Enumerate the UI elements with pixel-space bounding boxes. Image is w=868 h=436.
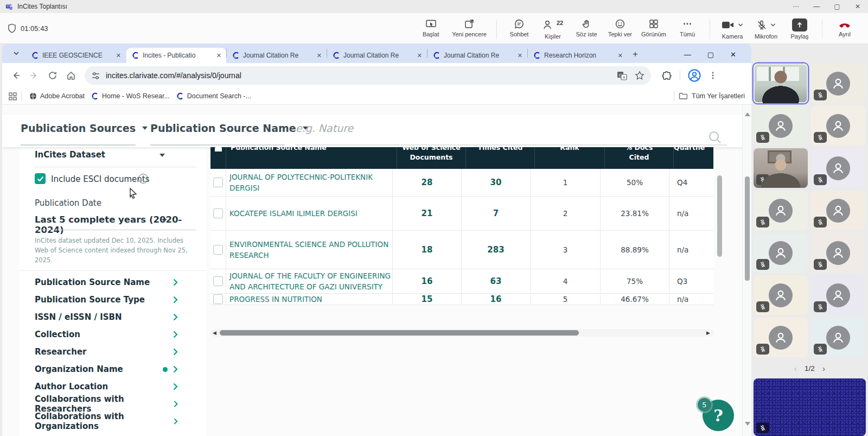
view-button[interactable]: Görünüm (638, 16, 669, 39)
participant-tile[interactable] (754, 318, 808, 357)
browser-tab[interactable]: IEEE GEOSCIENCE ✕ (26, 48, 126, 63)
field-dropdown[interactable]: Publication Source Name (150, 122, 308, 134)
start-share-button[interactable]: Başlat (415, 16, 446, 39)
tab-close-icon[interactable]: ✕ (416, 52, 424, 59)
address-bar[interactable]: incites.clarivate.com/#/analysis/0/journ… (85, 66, 651, 85)
horizontal-scrollbar-thumb[interactable] (220, 330, 579, 336)
browser-tab[interactable]: Incites - Publicatio ✕ (126, 48, 226, 63)
search-icon[interactable] (707, 130, 723, 145)
people-button[interactable]: 22 Kişiler (537, 16, 569, 41)
all-bookmarks-button[interactable]: Tüm Yer İşaretleri (692, 92, 745, 100)
filter-item[interactable]: Publication Source Type (20, 291, 206, 308)
esci-checkbox[interactable] (35, 173, 46, 184)
wos-documents-value[interactable]: 28 (422, 178, 433, 187)
camera-button[interactable]: Kamera (717, 16, 748, 41)
journal-link[interactable]: PROGRESS IN NUTRITION (229, 294, 322, 305)
horizontal-scrollbar[interactable]: ◀ ▶ (210, 329, 713, 337)
filter-item[interactable]: Collection (20, 326, 206, 343)
new-tab-button[interactable]: + (628, 47, 643, 62)
column-header[interactable]: Web of Science (402, 147, 460, 151)
participant-tile[interactable] (754, 191, 808, 230)
browser-minimize-icon[interactable]: — (684, 50, 691, 59)
bookmark-item[interactable]: Document Search -... (173, 91, 254, 101)
close-icon[interactable]: ✕ (847, 0, 868, 13)
participant-tile[interactable] (811, 64, 865, 103)
wos-documents-value[interactable]: 21 (422, 208, 433, 218)
more-actions-button[interactable]: Tümü (672, 16, 703, 39)
times-cited-value[interactable]: 283 (487, 245, 504, 255)
stage-video-tile[interactable] (754, 378, 866, 436)
row-checkbox[interactable] (213, 245, 223, 255)
journal-link[interactable]: KOCATEPE ISLAMI ILIMLER DERGISI (229, 208, 358, 219)
filter-item[interactable]: ISSN / eISSN / ISBN (20, 308, 206, 326)
participant-tile[interactable] (754, 148, 808, 188)
profile-avatar-icon[interactable] (688, 69, 701, 82)
site-settings-icon[interactable] (91, 71, 100, 80)
reload-icon[interactable] (44, 67, 61, 84)
browser-tab[interactable]: Journal Citation Re ✕ (327, 48, 427, 63)
participant-tile[interactable] (811, 148, 865, 188)
scroll-right-icon[interactable]: ▶ (704, 330, 712, 336)
participant-tile[interactable] (811, 275, 865, 315)
browser-tab[interactable]: Journal Citation Re ✕ (427, 48, 527, 63)
titlebar-more-icon[interactable]: ⋯ (786, 0, 806, 13)
new-window-button[interactable]: Yeni pencere (449, 16, 490, 39)
participant-tile[interactable] (754, 233, 808, 273)
filter-item[interactable]: Publication Source Name (20, 274, 206, 291)
leave-button[interactable]: Ayrıl (829, 16, 860, 39)
home-icon[interactable] (63, 67, 79, 84)
participant-tile[interactable] (754, 275, 808, 315)
pager-next-icon[interactable]: › (822, 364, 825, 373)
participant-tile[interactable] (754, 106, 808, 146)
browser-close-icon[interactable]: ✕ (730, 50, 736, 59)
dataset-dropdown[interactable]: InCites Dataset (35, 150, 105, 160)
url-text[interactable]: incites.clarivate.com/#/analysis/0/journ… (106, 71, 611, 80)
times-cited-value[interactable]: 7 (493, 208, 499, 218)
journal-link[interactable]: ENVIRONMENTAL SCIENCE AND POLLUTION RESE… (229, 239, 392, 261)
info-icon[interactable]: i (138, 174, 148, 184)
column-header[interactable]: Publication Source Name (231, 147, 327, 151)
publication-date-dropdown[interactable]: Last 5 complete years (2020-2024) (35, 214, 206, 235)
scroll-down-icon[interactable] (745, 422, 750, 426)
bookmark-star-icon[interactable] (635, 71, 644, 80)
chat-button[interactable]: Sohbet (503, 16, 535, 39)
column-header[interactable]: Rank (560, 147, 579, 151)
react-button[interactable]: Tepki ver (604, 16, 636, 39)
participant-tile[interactable] (811, 106, 865, 146)
tab-close-icon[interactable]: ✕ (616, 52, 624, 59)
row-checkbox[interactable] (213, 294, 223, 304)
row-checkbox[interactable] (213, 178, 223, 187)
tab-close-icon[interactable]: ✕ (114, 52, 123, 59)
participant-tile[interactable] (811, 233, 865, 273)
times-cited-value[interactable]: 63 (490, 276, 502, 286)
column-header[interactable]: Times Cited (478, 147, 523, 151)
browser-tab[interactable]: Journal Citation Re ✕ (227, 48, 327, 63)
column-header[interactable]: % Docs (626, 147, 653, 151)
filter-item[interactable]: Organization Name (20, 361, 206, 378)
scroll-left-icon[interactable]: ◀ (210, 330, 219, 336)
apps-grid-icon[interactable] (9, 92, 17, 100)
filter-item[interactable]: Collaborations with Organizations (20, 413, 206, 430)
participant-tile[interactable] (754, 64, 808, 103)
minimize-icon[interactable]: — (806, 0, 827, 13)
select-all-checkbox[interactable] (215, 147, 222, 151)
filter-item[interactable]: Author Location (20, 378, 206, 395)
browser-tab[interactable]: Research Horizon ✕ (528, 48, 628, 63)
times-cited-value[interactable]: 16 (490, 294, 502, 304)
share-button[interactable]: Paylaş (784, 16, 815, 41)
browser-maximize-icon[interactable]: ▢ (707, 50, 714, 59)
scroll-up-icon[interactable] (745, 112, 750, 116)
wos-documents-value[interactable]: 16 (422, 276, 433, 286)
journal-link[interactable]: JOURNAL OF THE FACULTY OF ENGINEERING AN… (229, 270, 392, 293)
raise-hand-button[interactable]: Söz iste (571, 16, 602, 39)
bookmark-item[interactable]: Adobe Acrobat (26, 91, 88, 101)
table-scrollbar-thumb[interactable] (717, 175, 722, 257)
times-cited-value[interactable]: 30 (490, 178, 502, 187)
wos-documents-value[interactable]: 15 (422, 294, 433, 304)
filter-item[interactable]: Collaborations with Researchers (20, 395, 206, 413)
extensions-icon[interactable] (662, 71, 672, 81)
participant-tile[interactable] (811, 318, 865, 357)
journal-link[interactable]: JOURNAL OF POLYTECHNIC-POLITEKNIK DERGIS… (229, 172, 392, 194)
tab-close-icon[interactable]: ✕ (315, 52, 323, 59)
page-scrollbar-thumb[interactable] (745, 176, 750, 281)
